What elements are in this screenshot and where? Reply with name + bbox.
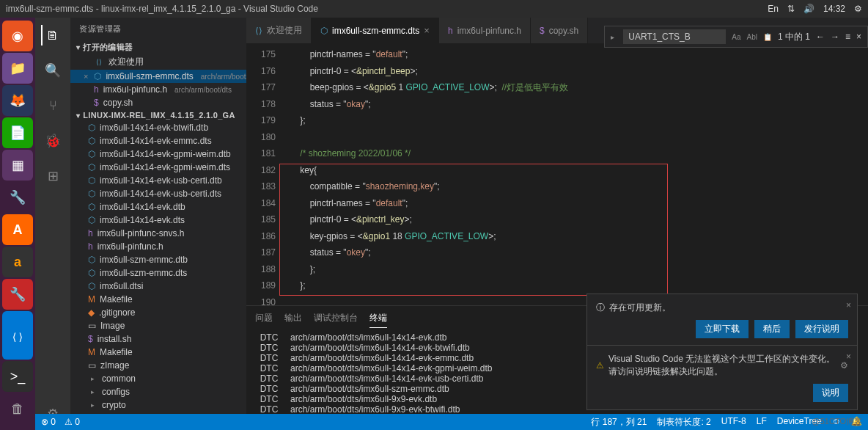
file-item[interactable]: ▭zImage [70, 359, 246, 372]
code-view[interactable]: pinctrl-names = "default"; pinctrl-0 = <… [290, 43, 809, 305]
eol[interactable]: LF [757, 416, 767, 429]
line-gutter: 1751761771781791801811821831841851861871… [246, 43, 290, 305]
file-item[interactable]: ◆.gitignore [70, 306, 246, 319]
tab-copy[interactable]: $copy.sh [531, 18, 588, 43]
later-button[interactable]: 稍后 [754, 320, 790, 338]
warning-icon: ⚠ [596, 360, 604, 371]
file-item[interactable]: ⬡imx6ull-14x14-evk-btwifi.dtb [70, 121, 246, 134]
file-item[interactable]: himx6ull-pinfunc-snvs.h [70, 227, 246, 240]
explorer-sidebar: 资源管理器 打开的编辑器 ⟨⟩欢迎使用 ×⬡imx6ull-szm-emmc.d… [70, 18, 246, 430]
file-item[interactable]: ⬡imx6ull-14x14-evk-usb-certi.dtb [70, 174, 246, 187]
close-find-icon[interactable]: × [856, 32, 861, 42]
volume-icon[interactable]: 🔊 [803, 4, 814, 14]
update-notification: ⓘ存在可用更新。 × 立即下载 稍后 发行说明 [586, 294, 858, 346]
activity-bar: 🗎 🔍 ⑂ 🐞 ⊞ ⚙ [35, 18, 70, 430]
gear-icon[interactable]: ⚙ [854, 4, 862, 14]
tab-header[interactable]: himx6ul-pinfunc.h [439, 18, 531, 43]
window-title: imx6ull-szm-emmc.dts - linux-imx-rel_imx… [6, 4, 768, 14]
terminal-icon[interactable]: >_ [2, 361, 33, 392]
tab-problems[interactable]: 问题 [255, 309, 273, 328]
file-item[interactable]: $install.sh [70, 332, 246, 346]
file-item[interactable]: ▭Image [70, 319, 246, 332]
files-icon[interactable]: 📁 [2, 53, 33, 84]
gear-icon[interactable]: ⚙ [840, 360, 848, 371]
close-icon[interactable]: × [846, 351, 851, 362]
status-bar: ⊗ 0 ⚠ 0 行 187，列 21 制表符长度: 2 UTF-8 LF Dev… [35, 414, 868, 430]
settings-icon[interactable]: 🔧 [2, 182, 33, 213]
open-editors-section[interactable]: 打开的编辑器 [70, 40, 246, 54]
folder-item[interactable]: crypto [70, 398, 246, 412]
find-widget: ▸ Aa Abl 📋 1 中的 1 ← → ≡ × [604, 26, 868, 48]
regex[interactable]: 📋 [763, 33, 772, 41]
firefox-icon[interactable]: 🦊 [2, 85, 33, 116]
file-item[interactable]: ⬡imx6ull-14x14-evk.dtb [70, 200, 246, 214]
file-item[interactable]: ⬡imx6ull-14x14-evk-emmc.dts [70, 134, 246, 147]
tab-terminal[interactable]: 终端 [369, 309, 387, 328]
download-button[interactable]: 立即下载 [696, 320, 749, 338]
next-match-icon[interactable]: → [831, 32, 839, 42]
open-editor-copy[interactable]: $copy.sh [70, 96, 246, 109]
cursor-position[interactable]: 行 187，列 21 [591, 416, 647, 429]
watermark: @51CTO博客 [812, 416, 862, 427]
prev-match-icon[interactable]: ← [816, 32, 825, 42]
whole-word[interactable]: Abl [747, 33, 757, 41]
project-section[interactable]: LINUX-IMX-REL_IMX_4.1.15_2.1.0_GA [70, 109, 246, 121]
tab-output[interactable]: 输出 [284, 309, 302, 328]
amazon-icon[interactable]: a [2, 247, 33, 277]
file-item[interactable]: ⬡imx6ull-14x14-evk.dts [70, 214, 246, 227]
tab-dts[interactable]: ⬡imx6ull-szm-emmc.dts× [312, 18, 439, 43]
warnings-count[interactable]: ⚠ 0 [65, 417, 80, 427]
vscode-icon[interactable]: ⟨⟩ [2, 311, 33, 360]
folder-item[interactable]: configs [70, 385, 246, 398]
software-center-icon[interactable]: A [2, 214, 33, 245]
ubuntu-launcher: ◉ 📁 🦊 📄 ▦ 🔧 A a 🔧 ⟨⟩ >_ 🗑 [0, 18, 35, 430]
file-item[interactable]: ⬡imx6ull.dtsi [70, 280, 246, 293]
file-item[interactable]: MMakefile [70, 293, 246, 306]
file-item[interactable]: ⬡imx6ull-14x14-evk-gpmi-weim.dtb [70, 147, 246, 161]
open-editor-welcome[interactable]: ⟨⟩欢迎使用 [70, 54, 246, 70]
release-notes-button[interactable]: 发行说明 [795, 320, 848, 338]
minimap[interactable] [809, 43, 868, 305]
trash-icon[interactable]: 🗑 [2, 393, 33, 424]
tab-debug[interactable]: 调试控制台 [314, 309, 358, 328]
warning-notification: ⚠Visual Studio Code 无法监视这个大型工作区的文件变化。请访问… [586, 345, 858, 410]
sidebar-title: 资源管理器 [70, 18, 246, 40]
libreoffice-icon[interactable]: 📄 [2, 117, 33, 148]
debug-icon[interactable]: 🐞 [43, 131, 63, 151]
system-tray: En ⇅ 🔊 14:32 ⚙ [768, 4, 862, 14]
file-item[interactable]: himx6ull-pinfunc.h [70, 240, 246, 253]
file-item[interactable]: MMakefile [70, 346, 246, 359]
file-item[interactable]: ⬡imx6ull-szm-emmc.dtb [70, 253, 246, 266]
search-icon[interactable]: 🔍 [43, 60, 63, 81]
expand-icon[interactable]: ▸ [611, 33, 614, 41]
calc-icon[interactable]: ▦ [2, 150, 33, 181]
folder-item[interactable]: common [70, 372, 246, 385]
info-button[interactable]: 说明 [813, 384, 848, 402]
find-result: 1 中的 1 [778, 31, 810, 43]
open-editor-dts[interactable]: ×⬡imx6ull-szm-emmc.dtsarch/arm/boot/dts [70, 70, 246, 83]
encoding[interactable]: UTF-8 [721, 416, 746, 429]
info-icon: ⓘ [596, 302, 605, 314]
ubuntu-dash-icon[interactable]: ◉ [2, 21, 33, 51]
find-input[interactable] [623, 29, 726, 44]
open-editor-header[interactable]: himx6ul-pinfunc.harch/arm/boot/dts [70, 83, 246, 96]
titlebar: imx6ull-szm-emmc.dts - linux-imx-rel_imx… [0, 0, 868, 18]
tab-size[interactable]: 制表符长度: 2 [657, 416, 710, 429]
file-item[interactable]: ⬡imx6ull-14x14-evk-gpmi-weim.dts [70, 161, 246, 174]
file-item[interactable]: ⬡imx6ull-14x14-evk-usb-certi.dts [70, 187, 246, 200]
extensions-icon[interactable]: ⊞ [43, 166, 63, 186]
explorer-icon[interactable]: 🗎 [41, 25, 63, 45]
editor-content[interactable]: 1751761771781791801811821831841851861871… [246, 43, 868, 305]
close-icon[interactable]: × [424, 25, 430, 36]
file-item[interactable]: ⬡imx6ull-szm-emmc.dts [70, 266, 246, 280]
clock[interactable]: 14:32 [823, 4, 845, 14]
close-icon[interactable]: × [846, 300, 851, 310]
source-control-icon[interactable]: ⑂ [43, 95, 63, 116]
network-icon[interactable]: ⇅ [787, 4, 795, 14]
tool-icon[interactable]: 🔧 [2, 279, 33, 310]
tab-welcome[interactable]: ⟨⟩欢迎使用 [246, 18, 312, 43]
language-icon[interactable]: En [768, 4, 779, 14]
match-case[interactable]: Aa [732, 33, 740, 41]
select-icon[interactable]: ≡ [845, 32, 850, 42]
errors-count[interactable]: ⊗ 0 [41, 417, 56, 427]
